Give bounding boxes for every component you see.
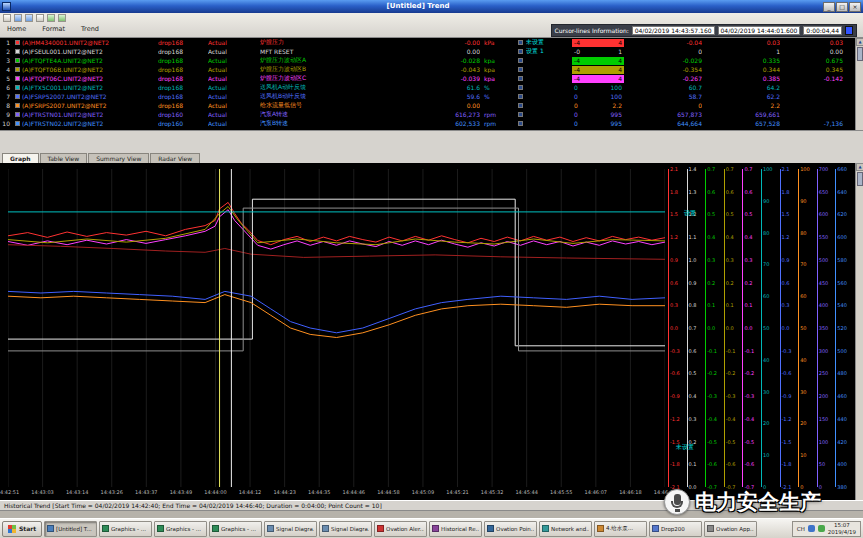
- taskbar-button[interactable]: Network and...: [539, 521, 592, 537]
- limit-checkbox[interactable]: [518, 67, 523, 72]
- print-icon[interactable]: [36, 14, 44, 22]
- copy-icon[interactable]: [47, 14, 55, 22]
- y-tick-label: 0.3: [670, 302, 678, 308]
- scale-range[interactable]: -44: [572, 57, 624, 65]
- limit-checkbox[interactable]: [518, 112, 523, 117]
- table-row[interactable]: 10(A)FTRSTN02.UNIT2@NET2drop160Actual汽泵B…: [0, 119, 863, 128]
- network-tray-icon[interactable]: [808, 525, 815, 532]
- table-row[interactable]: 1(A)HM4340001.UNIT2@NET2drop168Actual炉膛压…: [0, 38, 863, 47]
- cursor2-timestamp[interactable]: 04/02/2019 14:44:01.600: [718, 26, 801, 35]
- scale-range[interactable]: -01: [572, 48, 624, 56]
- taskbar-button[interactable]: Drop200: [649, 521, 702, 537]
- taskbar-button-label: Drop200: [661, 526, 685, 532]
- limit-checkbox[interactable]: [518, 85, 523, 90]
- y-tick-label: -0.5: [726, 439, 736, 445]
- table-splitter[interactable]: [0, 130, 863, 152]
- scale-range[interactable]: -44: [572, 75, 624, 83]
- tab-graph[interactable]: Graph: [2, 153, 39, 163]
- table-row[interactable]: 3(A)FTQFTE4A.UNIT2@NET2drop168Actual炉膛压力…: [0, 56, 863, 65]
- chart-icon[interactable]: [58, 14, 66, 22]
- taskbar-button[interactable]: Ovation App...: [704, 521, 757, 537]
- row-visibility-checkbox[interactable]: [15, 49, 20, 54]
- row-visibility-checkbox[interactable]: [15, 67, 20, 72]
- taskbar-button[interactable]: [Untitled] T...: [44, 521, 97, 537]
- trend-chart[interactable]: 14:42:5114:43:0314:43:1414:43:2614:43:37…: [0, 163, 863, 500]
- clock-time: 15:07: [834, 522, 850, 528]
- scale-range[interactable]: 0100: [572, 84, 624, 92]
- taskbar-button[interactable]: Signal Diagra...: [264, 521, 317, 537]
- open-icon[interactable]: [14, 14, 22, 22]
- cursor-bar-handle[interactable]: [845, 26, 853, 35]
- row-visibility-checkbox[interactable]: [15, 76, 20, 81]
- limit-checkbox[interactable]: [518, 103, 523, 108]
- taskbar-button[interactable]: Graphics - ...: [209, 521, 262, 537]
- input-language-indicator[interactable]: CH: [797, 526, 805, 532]
- taskbar-button[interactable]: 4.给水泵...: [594, 521, 647, 537]
- tab-table-view[interactable]: Table View: [40, 153, 88, 163]
- taskbar-button[interactable]: Graphics - ...: [154, 521, 207, 537]
- drop-name: drop168: [158, 102, 208, 109]
- row-visibility-checkbox[interactable]: [15, 58, 20, 63]
- point-units: %: [480, 93, 514, 100]
- volume-tray-icon[interactable]: [818, 525, 825, 532]
- minimize-button[interactable]: _: [823, 2, 835, 12]
- row-visibility-checkbox[interactable]: [15, 94, 20, 99]
- row-visibility-checkbox[interactable]: [15, 40, 20, 45]
- limit-checkbox[interactable]: [518, 58, 523, 63]
- maximize-button[interactable]: □: [836, 2, 848, 12]
- scroll-thumb[interactable]: [857, 172, 863, 186]
- megaphone-icon: [664, 489, 690, 515]
- chart-vscroll[interactable]: ▲: [855, 163, 863, 500]
- point-value: 61.6: [418, 84, 480, 91]
- taskbar-button[interactable]: Ovation Aler...: [374, 521, 427, 537]
- cursor2-value: 1: [702, 48, 780, 55]
- taskbar-button[interactable]: Graphics - ...: [99, 521, 152, 537]
- scroll-up-icon[interactable]: ▲: [856, 38, 863, 46]
- close-button[interactable]: ×: [849, 2, 861, 12]
- limit-checkbox[interactable]: [518, 121, 523, 126]
- table-row[interactable]: 9(A)FTRSTN01.UNIT2@NET2drop160Actual汽泵A转…: [0, 110, 863, 119]
- table-row[interactable]: 2(A)FSEUL001.UNIT2@NET2drop168ActualMFT …: [0, 47, 863, 56]
- scale-range[interactable]: 0995: [572, 111, 624, 119]
- limit-checkbox[interactable]: [518, 49, 523, 54]
- limit-checkbox[interactable]: [518, 40, 523, 45]
- cursor1-timestamp[interactable]: 04/02/2019 14:43:57.160: [632, 26, 715, 35]
- taskbar-button[interactable]: Signal Diagra...: [319, 521, 372, 537]
- save-icon[interactable]: [25, 14, 33, 22]
- scale-range[interactable]: -44: [572, 39, 624, 47]
- cursor1-value: 0: [624, 102, 702, 109]
- y-axis-8: 1009080706050403020100: [798, 169, 817, 487]
- table-row[interactable]: 8(A)FSRPS2007.UNIT2@NET2drop168Actual给水流…: [0, 101, 863, 110]
- scale-range[interactable]: 0995: [572, 120, 624, 128]
- table-row[interactable]: 4(A)FTQFT06B.UNIT2@NET2drop168Actual炉膛压力…: [0, 65, 863, 74]
- row-checkbox-cell: [12, 103, 22, 108]
- taskbar-clock[interactable]: 15:07 2019/4/19: [828, 522, 856, 535]
- tab-summary-view[interactable]: Summary View: [88, 153, 149, 163]
- plot-canvas[interactable]: [8, 169, 665, 487]
- y-tick-label: 520: [837, 325, 847, 331]
- table-vscroll[interactable]: ▲: [855, 38, 863, 130]
- limit-checkbox[interactable]: [518, 76, 523, 81]
- scroll-up-icon[interactable]: ▲: [856, 163, 863, 171]
- new-file-icon[interactable]: [3, 14, 11, 22]
- menu-home[interactable]: Home: [5, 25, 28, 33]
- row-visibility-checkbox[interactable]: [15, 121, 20, 126]
- scale-range[interactable]: 02.2: [572, 102, 624, 110]
- taskbar-button[interactable]: Historical Re...: [429, 521, 482, 537]
- limit-checkbox[interactable]: [518, 94, 523, 99]
- row-visibility-checkbox[interactable]: [15, 103, 20, 108]
- menu-format[interactable]: Format: [40, 25, 67, 33]
- table-row[interactable]: 5(A)FTQFT06C.UNIT2@NET2drop168Actual炉膛压力…: [0, 74, 863, 83]
- tab-radar-view[interactable]: Radar View: [150, 153, 200, 163]
- taskbar: Start [Untitled] T...Graphics - ...Graph…: [0, 518, 863, 538]
- row-visibility-checkbox[interactable]: [15, 85, 20, 90]
- table-row[interactable]: 7(A)FSRP52007.UNIT2@NET2drop168Actual送风机…: [0, 92, 863, 101]
- row-visibility-checkbox[interactable]: [15, 112, 20, 117]
- menu-trend[interactable]: Trend: [79, 25, 101, 33]
- scale-range[interactable]: 0100: [572, 93, 624, 101]
- table-row[interactable]: 6(A)FTX5C001.UNIT2@NET2drop168Actual送风机A…: [0, 83, 863, 92]
- scroll-thumb[interactable]: [857, 47, 863, 61]
- scale-range[interactable]: -44: [572, 66, 624, 74]
- taskbar-button[interactable]: Ovation Poin...: [484, 521, 537, 537]
- start-button[interactable]: Start: [2, 521, 42, 537]
